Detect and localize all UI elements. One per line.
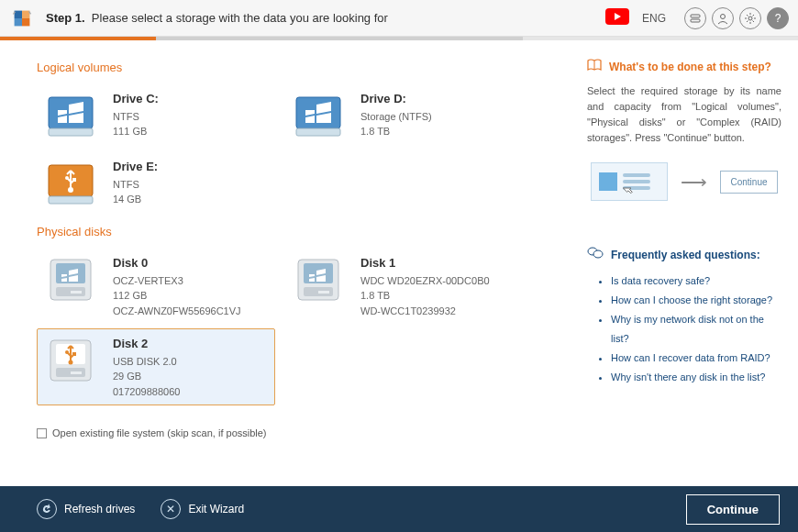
card-title: Disk 0: [113, 254, 241, 272]
physical-disks-heading: Physical disks: [37, 225, 560, 238]
card-title: Disk 2: [113, 335, 180, 353]
logical-card-0[interactable]: Drive C:NTFS111 GB: [37, 83, 275, 148]
svg-rect-18: [71, 291, 82, 294]
checkbox-label: Open existing file system (skip scan, if…: [52, 427, 267, 438]
card-sub: 017209888060: [113, 384, 180, 400]
svg-rect-3: [691, 19, 700, 22]
refresh-label: Refresh drives: [64, 503, 135, 515]
faq-title: Frequently asked questions:: [611, 249, 760, 261]
card-body: Disk 1WDC WD20EZRX-00DC0B01.8 TBWD-WCC1T…: [346, 254, 490, 318]
logical-volumes-heading: Logical volumes: [37, 61, 560, 74]
svg-rect-7: [49, 128, 93, 136]
card-sub: Storage (NTFS): [360, 109, 432, 125]
card-body: Disk 0OCZ-VERTEX3112 GBOCZ-AWNZ0FW55696C…: [98, 254, 241, 318]
book-icon: [587, 59, 602, 74]
youtube-icon[interactable]: [605, 8, 629, 28]
card-sub: 29 GB: [113, 369, 180, 384]
win-blue-icon: [43, 90, 98, 141]
card-sub: OCZ-VERTEX3: [113, 273, 241, 289]
header-bar: Step 1. Please select a storage with the…: [0, 0, 798, 37]
card-body: Drive C:NTFS111 GB: [98, 90, 159, 139]
arrow-right-icon: ⟶: [681, 171, 707, 193]
open-existing-fs-checkbox[interactable]: Open existing file system (skip scan, if…: [37, 427, 560, 438]
logical-card-2[interactable]: Drive E:NTFS14 GB: [37, 151, 275, 216]
svg-point-27: [69, 360, 73, 365]
svg-point-25: [65, 350, 69, 354]
hdd-win-icon: [43, 254, 98, 305]
faq-heading: Frequently asked questions:: [587, 247, 781, 262]
svg-point-4: [721, 14, 726, 18]
disk-manager-icon[interactable]: [684, 7, 706, 29]
close-icon: ✕: [161, 499, 181, 519]
illus-continue-button: Continue: [720, 171, 777, 194]
user-icon[interactable]: [712, 7, 734, 29]
info-illustration: ⟶ Continue: [587, 162, 781, 201]
card-sub: 14 GB: [113, 192, 158, 207]
card-body: Drive D:Storage (NTFS)1.8 TB: [346, 90, 432, 139]
card-sub: 1.8 TB: [360, 124, 432, 139]
app-logo-icon: [9, 6, 35, 31]
card-sub: NTFS: [113, 177, 158, 193]
card-sub: 112 GB: [113, 288, 241, 304]
info-heading: What's to be done at this step?: [587, 59, 781, 74]
svg-rect-13: [72, 178, 76, 182]
card-title: Drive C:: [113, 90, 159, 108]
hdd-win-icon: [291, 254, 346, 305]
card-sub: 111 GB: [113, 124, 159, 139]
card-sub: WD-WCC1T0239932: [360, 304, 490, 319]
continue-button[interactable]: Continue: [686, 494, 780, 525]
card-sub: WDC WD20EZRX-00DC0B0: [360, 273, 490, 289]
logical-card-1[interactable]: Drive D:Storage (NTFS)1.8 TB: [284, 83, 523, 148]
svg-rect-29: [71, 371, 82, 374]
faq-icon: [587, 247, 604, 262]
help-icon[interactable]: ?: [767, 7, 789, 29]
svg-point-5: [748, 17, 752, 20]
usb-orange-icon: [43, 158, 98, 209]
faq-item-3[interactable]: How can I recover data from RAID?: [611, 349, 781, 368]
info-body: Select the required storage by its name …: [587, 83, 781, 146]
card-sub: 1.8 TB: [360, 288, 490, 304]
svg-rect-11: [49, 196, 93, 204]
svg-rect-9: [296, 128, 340, 136]
card-title: Disk 1: [360, 254, 490, 272]
step-title: Step 1. Please select a storage with the…: [46, 11, 388, 25]
checkbox-icon: [37, 428, 47, 438]
physical-card-2[interactable]: Disk 2USB DISK 2.029 GB017209888060: [37, 328, 275, 405]
win-blue-icon: [291, 90, 346, 141]
refresh-drives-button[interactable]: Refresh drives: [37, 499, 135, 519]
step-number: Step 1.: [46, 11, 85, 25]
faq-list: Is data recovery safe?How can I choose t…: [587, 272, 781, 386]
physical-card-0[interactable]: Disk 0OCZ-VERTEX3112 GBOCZ-AWNZ0FW55696C…: [37, 248, 275, 325]
svg-rect-2: [691, 15, 700, 17]
illus-storage-card: [591, 162, 668, 201]
card-body: Disk 2USB DISK 2.029 GB017209888060: [98, 335, 180, 399]
card-title: Drive D:: [360, 90, 432, 108]
card-sub: USB DISK 2.0: [113, 354, 180, 370]
physical-card-1[interactable]: Disk 1WDC WD20EZRX-00DC0B01.8 TBWD-WCC1T…: [284, 248, 523, 325]
svg-point-12: [65, 176, 69, 180]
svg-rect-26: [72, 352, 76, 356]
footer-bar: Refresh drives ✕ Exit Wizard Continue: [0, 486, 798, 532]
card-sub: OCZ-AWNZ0FW55696C1VJ: [113, 304, 241, 319]
exit-label: Exit Wizard: [188, 503, 244, 515]
card-body: Drive E:NTFS14 GB: [98, 158, 158, 207]
storage-panel: Logical volumes Drive C:NTFS111 GBDrive …: [0, 40, 569, 486]
svg-rect-22: [318, 291, 329, 294]
card-sub: NTFS: [113, 109, 159, 125]
svg-point-14: [68, 187, 73, 193]
faq-item-0[interactable]: Is data recovery safe?: [611, 272, 781, 291]
refresh-icon: [37, 499, 57, 519]
faq-item-4[interactable]: Why isn't there any disk in the list?: [611, 368, 781, 387]
hdd-usb-icon: [43, 335, 98, 386]
faq-item-2[interactable]: Why is my network disk not on the list?: [611, 310, 781, 349]
language-selector[interactable]: ENG: [642, 12, 666, 25]
svg-point-32: [593, 250, 603, 258]
exit-wizard-button[interactable]: ✕ Exit Wizard: [161, 499, 244, 519]
card-title: Drive E:: [113, 158, 158, 176]
gear-icon[interactable]: [739, 7, 761, 29]
info-title: What's to be done at this step?: [609, 61, 771, 73]
info-panel: What's to be done at this step? Select t…: [569, 40, 798, 486]
step-instruction: Please select a storage with the data yo…: [92, 11, 388, 25]
faq-item-1[interactable]: How can I choose the right storage?: [611, 291, 781, 310]
